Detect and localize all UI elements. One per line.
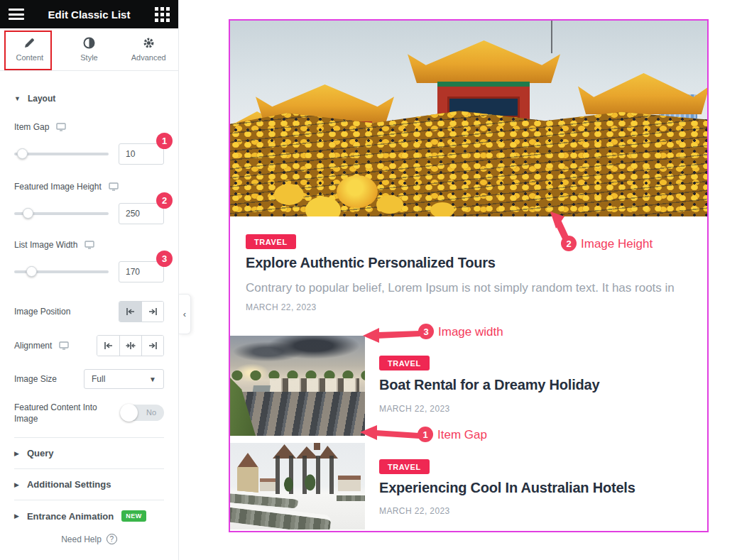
caret-down-icon: ▼: [149, 375, 156, 383]
tab-advanced[interactable]: Advanced: [119, 28, 178, 70]
post-date: MARCH 22, 2023: [379, 404, 450, 414]
elementor-panel: Edit Classic List Content Style Advanced…: [0, 0, 179, 560]
chevron-left-icon: ‹: [183, 309, 186, 319]
category-badge: TRAVEL: [379, 356, 430, 370]
alignment-label: Alignment: [14, 341, 52, 351]
list-post-image: [230, 443, 365, 529]
question-mark-icon: ?: [107, 534, 117, 544]
panel-header: Edit Classic List: [0, 0, 178, 28]
align-left-button[interactable]: [97, 336, 119, 356]
section-query-header[interactable]: ▶ Query: [14, 438, 164, 469]
post-title: Boat Rental for a Dreamy Holiday: [379, 377, 599, 393]
panel-tabs: Content Style Advanced: [0, 28, 178, 71]
section-layout-header[interactable]: ▼ Layout: [14, 94, 164, 104]
item-gap-label: Item Gap: [14, 122, 49, 132]
featured-image-height-label: Featured Image Height: [14, 182, 102, 192]
list-image-width-slider[interactable]: [14, 270, 109, 273]
align-right-button[interactable]: [141, 336, 163, 356]
item-gap-slider[interactable]: [14, 153, 109, 155]
monitor-icon[interactable]: [84, 241, 94, 249]
monitor-icon[interactable]: [109, 182, 119, 191]
align-center-icon: [126, 341, 136, 350]
gear-icon: [143, 37, 155, 49]
need-help-link[interactable]: Need Help ?: [0, 534, 178, 544]
post-date: MARCH 22, 2023: [246, 302, 317, 312]
featured-post-image: [230, 21, 707, 216]
featured-image-height-slider[interactable]: [14, 212, 109, 215]
tab-content[interactable]: Content: [0, 28, 60, 70]
item-gap-slider-handle[interactable]: [17, 148, 28, 159]
image-position-right-button[interactable]: [141, 302, 163, 322]
featured-content-into-image-toggle[interactable]: No: [120, 405, 164, 421]
post-date: MARCH 22, 2023: [379, 506, 450, 516]
annotation-badge-2: 2: [156, 192, 173, 209]
align-left-icon: [126, 307, 136, 316]
category-badge: TRAVEL: [379, 459, 430, 474]
pencil-icon: [23, 37, 36, 49]
monitor-icon[interactable]: [56, 123, 66, 131]
align-right-icon: [148, 307, 158, 316]
list-image-width-slider-handle[interactable]: [26, 266, 37, 277]
list-image-width-label: List Image Width: [14, 240, 77, 250]
list-image-width-input[interactable]: [119, 261, 164, 282]
panel-title: Edit Classic List: [0, 9, 178, 21]
panel-collapse-handle[interactable]: ‹: [179, 294, 191, 334]
featured-content-into-image-label: Featured Content Into Image: [14, 402, 98, 424]
align-left-icon: [104, 341, 114, 350]
align-right-icon: [148, 341, 158, 350]
annotation-badge-3: 3: [156, 251, 173, 267]
style-half-circle-icon: [83, 37, 95, 49]
post-title: Explore Authentic Personalized Tours: [246, 255, 496, 271]
image-size-label: Image Size: [14, 374, 57, 384]
item-gap-input[interactable]: [119, 143, 164, 165]
hamburger-menu-icon[interactable]: [9, 9, 24, 20]
section-additional-settings-header[interactable]: ▶ Additional Settings: [14, 469, 164, 500]
featured-image-height-slider-handle[interactable]: [23, 208, 33, 219]
category-badge: TRAVEL: [246, 234, 296, 249]
annotation-badge-1: 1: [156, 133, 173, 149]
chevron-down-icon: ▼: [14, 95, 21, 102]
tab-style[interactable]: Style: [60, 28, 119, 70]
toggle-knob: [120, 404, 138, 422]
image-position-left-button[interactable]: [119, 302, 141, 322]
list-post-image: [230, 336, 365, 436]
apps-grid-icon[interactable]: [155, 7, 170, 22]
image-size-select[interactable]: Full ▼: [84, 369, 164, 389]
post-excerpt: Contrary to popular belief, Lorem Ipsum …: [246, 281, 675, 295]
chevron-right-icon: ▶: [14, 481, 19, 488]
monitor-icon[interactable]: [59, 341, 69, 350]
chevron-right-icon: ▶: [14, 512, 19, 520]
new-badge: NEW: [121, 510, 146, 522]
align-center-button[interactable]: [119, 336, 141, 356]
classic-list-widget-preview[interactable]: TRAVEL Explore Authentic Personalized To…: [229, 19, 709, 532]
post-title: Experiencing Cool In Australian Hotels: [379, 480, 635, 496]
chevron-right-icon: ▶: [14, 450, 19, 457]
section-entrance-animation-header[interactable]: ▶ Entrance Animation NEW: [14, 500, 164, 532]
featured-image-height-input[interactable]: [119, 203, 164, 224]
image-position-label: Image Position: [14, 307, 70, 317]
